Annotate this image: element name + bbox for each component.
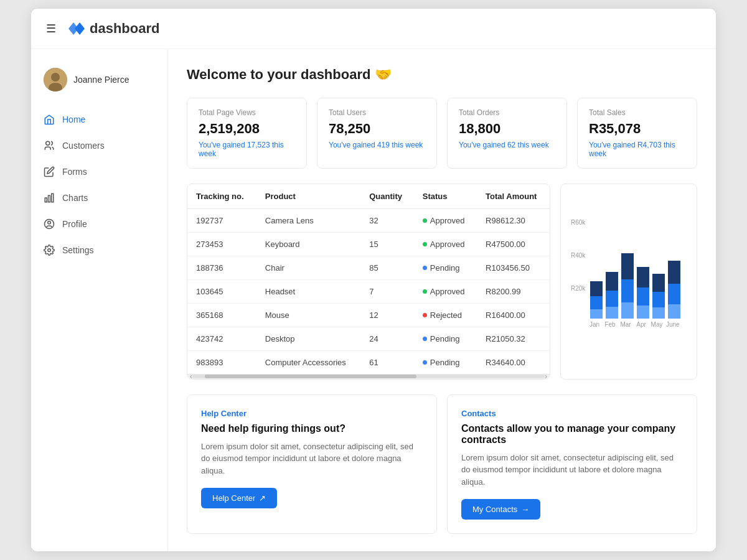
x-label: Apr xyxy=(635,321,647,328)
logo-svg xyxy=(66,20,86,37)
cell-quantity: 24 xyxy=(360,327,414,350)
cell-amount: R21050.32 xyxy=(477,327,550,350)
cell-product: Chair xyxy=(256,256,360,279)
cell-status: Approved xyxy=(414,232,477,256)
cell-quantity: 32 xyxy=(360,208,414,232)
home-icon xyxy=(44,114,55,125)
status-dot xyxy=(423,218,427,223)
sidebar-item-home[interactable]: Home xyxy=(31,106,167,133)
cell-product: Headset xyxy=(256,279,360,303)
bar-segment-mid xyxy=(652,292,665,307)
status-dot xyxy=(423,289,427,294)
user-circle-icon xyxy=(44,218,55,230)
bar-chart-icon xyxy=(44,192,55,203)
logo-text: dashboard xyxy=(90,21,159,37)
bar-segment-dark xyxy=(590,281,603,296)
cell-amount: R98612.30 xyxy=(477,208,550,232)
bar-segment-dark xyxy=(606,272,618,291)
cell-tracking: 423742 xyxy=(187,327,256,350)
sidebar-item-charts[interactable]: Charts xyxy=(31,185,167,211)
bar-group xyxy=(652,219,665,319)
info-title-0: Need help figuring things out? xyxy=(201,423,423,434)
main-content: Welcome to your dashboard 🤝 Total Page V… xyxy=(168,49,716,552)
cell-amount: R16400.00 xyxy=(477,303,550,327)
status-dot xyxy=(423,266,427,270)
svg-rect-5 xyxy=(49,195,50,202)
bar-segment-light xyxy=(621,302,634,319)
stat-change-0: You've gained 17,523 this week xyxy=(199,141,295,158)
my-contacts-label: My Contacts xyxy=(472,505,517,514)
stat-value-2: 18,800 xyxy=(459,121,555,137)
cell-tracking: 192737 xyxy=(187,208,256,232)
info-desc-0: Lorem ipsum dolor sit amet, consectetur … xyxy=(201,441,423,477)
orders-table-container: Tracking no. Product Quantity Status Tot… xyxy=(187,184,550,380)
bar-segment-mid xyxy=(668,284,680,304)
bar-segment-mid xyxy=(637,287,649,306)
svg-rect-6 xyxy=(52,194,54,202)
bar-segment-light xyxy=(590,309,603,319)
cell-tracking: 103645 xyxy=(187,279,256,303)
bar-segment-light xyxy=(637,306,649,319)
cell-product: Keyboard xyxy=(256,232,360,256)
users-icon xyxy=(44,140,55,151)
stats-grid: Total Page Views 2,519,208 You've gained… xyxy=(187,98,697,169)
sidebar-item-settings[interactable]: Settings xyxy=(31,237,167,263)
bar-segment-mid xyxy=(590,296,603,309)
bar-segment-dark xyxy=(652,274,665,292)
x-label: Mar xyxy=(619,321,632,328)
table-scrollbar[interactable]: ‹ › xyxy=(187,374,550,379)
svg-point-9 xyxy=(48,249,51,252)
col-amount: Total Amount xyxy=(477,184,550,209)
help-center-label: Help Center xyxy=(212,493,255,503)
cell-tracking: 273453 xyxy=(187,232,256,256)
sidebar-label-settings: Settings xyxy=(62,245,94,255)
stat-value-0: 2,519,208 xyxy=(199,121,295,137)
table-row: 103645 Headset 7 Approved R8200.99 xyxy=(187,279,550,303)
middle-section: Tracking no. Product Quantity Status Tot… xyxy=(187,184,697,380)
stat-label-2: Total Orders xyxy=(459,108,555,117)
cell-amount: R8200.99 xyxy=(477,279,550,303)
svg-rect-4 xyxy=(45,198,47,202)
my-contacts-button[interactable]: My Contacts → xyxy=(461,499,540,520)
cell-tracking: 983893 xyxy=(187,350,256,374)
cell-status: Pending xyxy=(414,350,477,374)
cell-status: Pending xyxy=(414,256,477,279)
avatar xyxy=(44,68,67,91)
x-label: Jan xyxy=(588,321,601,328)
table-row: 273453 Keyboard 15 Approved R47500.00 xyxy=(187,232,550,256)
sidebar-item-forms[interactable]: Forms xyxy=(31,159,167,185)
bar-segment-light xyxy=(652,307,665,319)
status-dot xyxy=(423,360,427,365)
bar-group xyxy=(637,219,649,319)
info-tag-1: Contacts xyxy=(461,409,683,418)
help-center-button[interactable]: Help Center ↗ xyxy=(201,488,277,508)
sidebar-label-charts: Charts xyxy=(62,193,88,203)
status-text: Pending xyxy=(430,358,460,367)
bar-group xyxy=(668,219,680,319)
edit-icon xyxy=(44,166,55,177)
status-text: Approved xyxy=(430,216,465,225)
user-profile: Joanne Pierce xyxy=(31,62,167,106)
svg-point-1 xyxy=(51,73,60,82)
cell-tracking: 365168 xyxy=(187,303,256,327)
sidebar-item-customers[interactable]: Customers xyxy=(31,133,167,159)
gear-icon xyxy=(44,245,55,256)
table-row: 983893 Computer Accessories 61 Pending R… xyxy=(187,350,550,374)
table-row: 365168 Mouse 12 Rejected R16400.00 xyxy=(187,303,550,327)
table-row: 188736 Chair 85 Pending R103456.50 xyxy=(187,256,550,279)
scroll-track[interactable] xyxy=(192,375,545,378)
stat-change-1: You've gained 419 this week xyxy=(329,141,425,149)
x-label: Feb xyxy=(604,321,616,328)
status-text: Rejected xyxy=(430,310,462,320)
table-row: 423742 Desktop 24 Pending R21050.32 xyxy=(187,327,550,350)
user-name: Joanne Pierce xyxy=(73,75,129,85)
cell-quantity: 15 xyxy=(360,232,414,256)
stat-card-1: Total Users 78,250 You've gained 419 thi… xyxy=(317,98,437,169)
cell-product: Computer Accessories xyxy=(256,350,360,374)
bar-group xyxy=(621,219,634,319)
bar-segment-mid xyxy=(606,291,618,307)
sidebar-item-profile[interactable]: Profile xyxy=(31,211,167,237)
status-dot xyxy=(423,242,427,246)
menu-icon[interactable]: ☰ xyxy=(46,22,56,35)
stat-change-3: You've gained R4,703 this week xyxy=(589,141,685,158)
